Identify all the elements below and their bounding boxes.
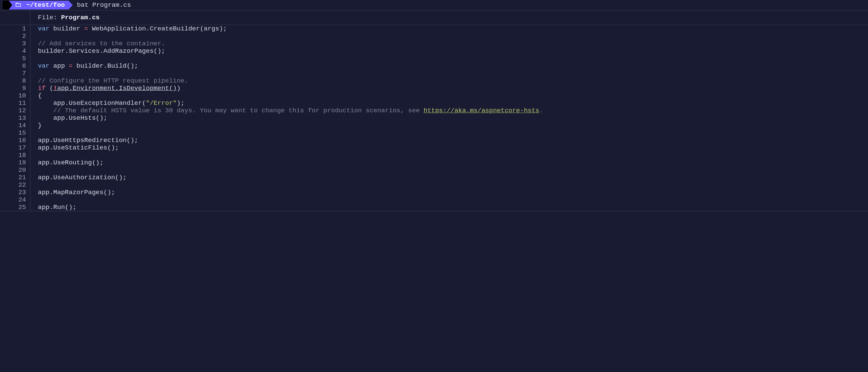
code-line[interactable] (38, 55, 543, 62)
line-number: 23 (0, 189, 26, 196)
code-line[interactable]: // Add services to the container. (38, 40, 543, 47)
line-number: 25 (0, 204, 26, 211)
command-text[interactable]: bat Program.cs (73, 1, 131, 9)
line-number: 4 (0, 47, 26, 55)
line-number: 17 (0, 144, 26, 152)
code-line[interactable]: // The default HSTS value is 30 days. Yo… (38, 107, 543, 114)
line-number: 3 (0, 40, 26, 47)
line-number: 20 (0, 166, 26, 174)
bottom-rule (0, 211, 868, 211)
code-line[interactable]: builder.Services.AddRazorPages(); (38, 47, 543, 55)
line-number: 21 (0, 174, 26, 181)
code-line[interactable]: if (!app.Environment.IsDevelopment()) (38, 85, 543, 92)
line-number: 24 (0, 196, 26, 204)
code-line[interactable]: var builder = WebApplication.CreateBuild… (38, 25, 543, 32)
code-line[interactable] (38, 70, 543, 77)
file-header: File: Program.cs (0, 10, 868, 25)
line-number: 9 (0, 85, 26, 92)
line-number: 19 (0, 159, 26, 166)
code-line[interactable]: { (38, 92, 543, 99)
line-number: 8 (0, 77, 26, 85)
file-label: File: (38, 14, 57, 21)
os-segment (3, 1, 9, 9)
line-number: 7 (0, 70, 26, 77)
line-number-gutter: 1234567891011121314151617181920212223242… (0, 25, 30, 211)
path-current-dir: foo (53, 1, 65, 9)
code-line[interactable]: app.UseStaticFiles(); (38, 144, 543, 152)
line-number: 11 (0, 99, 26, 107)
code-line[interactable] (38, 152, 543, 159)
line-number: 2 (0, 32, 26, 40)
code-line[interactable]: app.MapRazorPages(); (38, 189, 543, 196)
shell-prompt-bar[interactable]: ~/test/foo bat Program.cs (0, 0, 868, 10)
line-number: 5 (0, 55, 26, 62)
code-line[interactable]: } (38, 122, 543, 129)
folder-icon (16, 2, 21, 7)
line-number: 14 (0, 122, 26, 129)
path-segment: ~/test/foo (9, 1, 69, 9)
code-line[interactable] (38, 181, 543, 189)
terminal-window: ~/test/foo bat Program.cs File: Program.… (0, 0, 868, 211)
code-line[interactable]: app.UseHsts(); (38, 114, 543, 122)
code-area[interactable]: 1234567891011121314151617181920212223242… (0, 25, 868, 211)
line-number: 22 (0, 181, 26, 189)
path-arrow-icon (69, 1, 73, 9)
line-number: 12 (0, 107, 26, 114)
code-line[interactable]: app.UseExceptionHandler("/Error"); (38, 99, 543, 107)
code-line[interactable]: app.UseRouting(); (38, 159, 543, 166)
line-number: 10 (0, 92, 26, 99)
line-number: 15 (0, 129, 26, 137)
line-number: 18 (0, 152, 26, 159)
code-line[interactable]: var app = builder.Build(); (38, 62, 543, 70)
file-name: Program.cs (61, 14, 99, 21)
line-number: 1 (0, 25, 26, 32)
code-line[interactable] (38, 166, 543, 174)
code-line[interactable] (38, 129, 543, 137)
code-line[interactable]: app.Run(); (38, 204, 543, 211)
code-line[interactable]: app.UseHttpsRedirection(); (38, 137, 543, 144)
line-number: 6 (0, 62, 26, 70)
path-prefix: ~/test/ (26, 1, 53, 9)
code-line[interactable]: // Configure the HTTP request pipeline. (38, 77, 543, 85)
code-line[interactable] (38, 196, 543, 204)
line-number: 13 (0, 114, 26, 122)
line-number: 16 (0, 137, 26, 144)
code-content[interactable]: var builder = WebApplication.CreateBuild… (30, 25, 543, 211)
code-line[interactable]: app.UseAuthorization(); (38, 174, 543, 181)
code-line[interactable] (38, 32, 543, 40)
